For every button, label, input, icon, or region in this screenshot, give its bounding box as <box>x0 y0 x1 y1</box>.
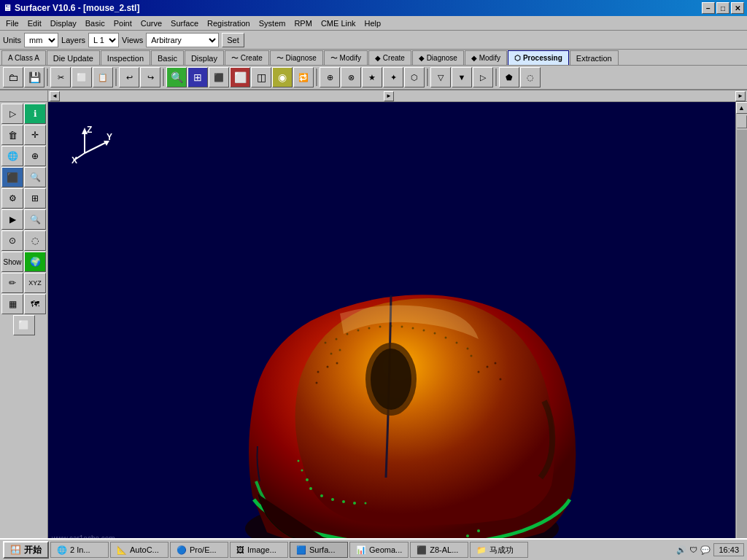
sidebar-globe-icon[interactable]: 🌐 <box>1 146 23 166</box>
h-scroll-track[interactable] <box>61 92 382 101</box>
menu-item-basic[interactable]: Basic <box>81 18 109 29</box>
menu-item-help[interactable]: Help <box>360 18 386 29</box>
taskbar-item-image[interactable]: 🖼 Image... <box>230 542 288 558</box>
menu-item-rpm[interactable]: RPM <box>290 18 316 29</box>
taskbar-item-surfa[interactable]: 🟦 Surfa... <box>290 542 348 558</box>
tab-bar: A Class A Die Update Inspection Basic Di… <box>0 50 747 66</box>
title-bar-controls: − □ ✕ <box>702 2 744 14</box>
sidebar-map-icon[interactable]: 🗺 <box>24 294 46 314</box>
tool4-icon[interactable]: ✦ <box>383 67 403 88</box>
sidebar-edit-icon[interactable]: ✏ <box>1 273 23 293</box>
copy-icon[interactable]: ⬜ <box>71 67 92 88</box>
menu-item-edit[interactable]: Edit <box>23 18 46 29</box>
grid-icon[interactable]: ⊞ <box>187 67 208 88</box>
tab-basic[interactable]: Basic <box>151 50 184 65</box>
sidebar-show-icon[interactable]: Show <box>1 252 23 272</box>
save-icon[interactable]: 💾 <box>24 67 44 88</box>
sidebar-circle-icon[interactable]: ⊙ <box>1 230 23 251</box>
menu-item-surface[interactable]: Surface <box>166 18 203 29</box>
taskbar-item-z8[interactable]: ⬛ Z8-AL... <box>410 542 468 558</box>
sidebar-gear-icon[interactable]: ⚙ <box>1 188 23 209</box>
tab-inspection[interactable]: Inspection <box>101 50 150 65</box>
scroll-left-btn[interactable]: ◄ <box>50 91 60 101</box>
paste-icon[interactable]: 📋 <box>93 67 113 88</box>
tool5-icon[interactable]: ⬡ <box>404 67 425 88</box>
sidebar-settings-icon[interactable]: ⊞ <box>24 188 46 209</box>
taskbar-item-autocad[interactable]: 📐 AutoC... <box>110 542 169 558</box>
sidebar-box-icon[interactable]: ⬛ <box>1 167 23 187</box>
sidebar-add-icon[interactable]: ⊕ <box>24 146 46 166</box>
viewport[interactable]: Z Y X <box>48 102 735 550</box>
tab-die-update[interactable]: Die Update <box>47 50 100 65</box>
redo-icon[interactable]: ↪ <box>140 67 160 88</box>
sidebar-info-icon[interactable]: ℹ <box>24 104 46 124</box>
start-label: 开始 <box>24 544 42 556</box>
taskbar-item-user[interactable]: 📁 马成功 <box>470 542 528 558</box>
sidebar-xyz2-icon[interactable]: XYZ <box>24 273 46 293</box>
filter2-icon[interactable]: ▼ <box>452 67 472 88</box>
sidebar-zoom-icon[interactable]: 🔍 <box>24 167 46 187</box>
tool2-icon[interactable]: ⊗ <box>341 67 361 88</box>
new-icon[interactable]: 🗀 <box>3 67 23 88</box>
menu-item-point[interactable]: Point <box>109 18 136 29</box>
tab-extraction[interactable]: Extraction <box>570 50 619 65</box>
mesh1-icon[interactable]: ⬟ <box>499 67 519 88</box>
sys-icon-3: 💬 <box>700 545 711 555</box>
filter3-icon[interactable]: ▷ <box>473 67 493 88</box>
sidebar-row-3: 🌐 ⊕ <box>1 146 46 166</box>
taskbar-item-proe[interactable]: 🔵 Pro/E... <box>170 542 228 558</box>
undo-icon[interactable]: ↩ <box>119 67 139 88</box>
maximize-button[interactable]: □ <box>716 2 729 14</box>
rotate-icon[interactable]: 🔁 <box>293 67 314 88</box>
menu-item-system[interactable]: System <box>255 18 290 29</box>
start-button[interactable]: 🪟 开始 <box>3 541 49 559</box>
tab-create-2[interactable]: ◆ Create <box>368 50 411 65</box>
menu-item-file[interactable]: File <box>1 18 23 29</box>
menu-item-curve[interactable]: Curve <box>136 18 166 29</box>
sidebar-grid-icon[interactable]: ▦ <box>1 294 23 314</box>
tab-diagnose-2[interactable]: ◆ Diagnose <box>412 50 464 65</box>
tab-create-1[interactable]: 〜 Create <box>225 50 269 65</box>
light-icon[interactable]: ◉ <box>272 67 293 88</box>
menu-item-cme link[interactable]: CME Link <box>317 18 360 29</box>
layers-select[interactable]: L 1 <box>88 33 119 47</box>
mouse-3d-viewport[interactable] <box>194 226 617 550</box>
tool1-icon[interactable]: ⊕ <box>320 67 340 88</box>
scroll-right-btn[interactable]: ► <box>384 91 394 101</box>
sidebar-delete-icon[interactable]: 🗑 <box>1 125 23 145</box>
tab-display[interactable]: Display <box>185 50 224 65</box>
sidebar-xyz-icon[interactable]: 🌍 <box>24 252 46 272</box>
views-select[interactable]: Arbitrary Front Top <box>146 33 219 47</box>
tab-processing[interactable]: ⬡ Processing <box>508 50 569 65</box>
units-select[interactable]: mm inch <box>24 33 58 47</box>
box-icon[interactable]: ⬜ <box>230 67 250 88</box>
taskbar-item-ie[interactable]: 🌐 2 In... <box>50 542 109 558</box>
sep-1 <box>47 69 48 86</box>
sidebar-ring-icon[interactable]: ◌ <box>24 230 46 251</box>
taskbar-item-geoma[interactable]: 📊 Geoma... <box>349 542 409 558</box>
sidebar-arrow-icon[interactable]: ▷ <box>1 104 23 124</box>
mesh2-icon[interactable]: ◌ <box>520 67 541 88</box>
sidebar-square-icon[interactable]: ⬜ <box>13 315 35 335</box>
sidebar-search-icon[interactable]: 🔍 <box>24 209 46 230</box>
sidebar-play-icon[interactable]: ▶ <box>1 209 23 230</box>
sidebar-move-icon[interactable]: ✛ <box>24 125 46 145</box>
tab-diagnose-1[interactable]: 〜 Diagnose <box>270 50 323 65</box>
minimize-button[interactable]: − <box>702 2 715 14</box>
tab-modify-1[interactable]: 〜 Modify <box>324 50 368 65</box>
tool3-icon[interactable]: ★ <box>362 67 382 88</box>
scroll-up-btn[interactable]: ▲ <box>736 102 748 114</box>
tab-class-a[interactable]: A Class A <box>1 50 46 65</box>
render-icon[interactable]: ◫ <box>251 67 271 88</box>
filter1-icon[interactable]: ▽ <box>430 67 451 88</box>
zoom-icon[interactable]: 🔍 <box>166 67 187 88</box>
menu-item-registration[interactable]: Registration <box>203 18 255 29</box>
cut-icon[interactable]: ✂ <box>50 67 71 88</box>
scroll-right-2-btn[interactable]: ► <box>735 91 746 101</box>
tab-modify-2[interactable]: ◆ Modify <box>465 50 507 65</box>
menu-item-display[interactable]: Display <box>46 18 81 29</box>
scroll-thumb[interactable] <box>737 115 747 128</box>
set-button[interactable]: Set <box>222 33 244 47</box>
select-icon[interactable]: ⬛ <box>209 67 229 88</box>
close-button[interactable]: ✕ <box>731 2 744 14</box>
